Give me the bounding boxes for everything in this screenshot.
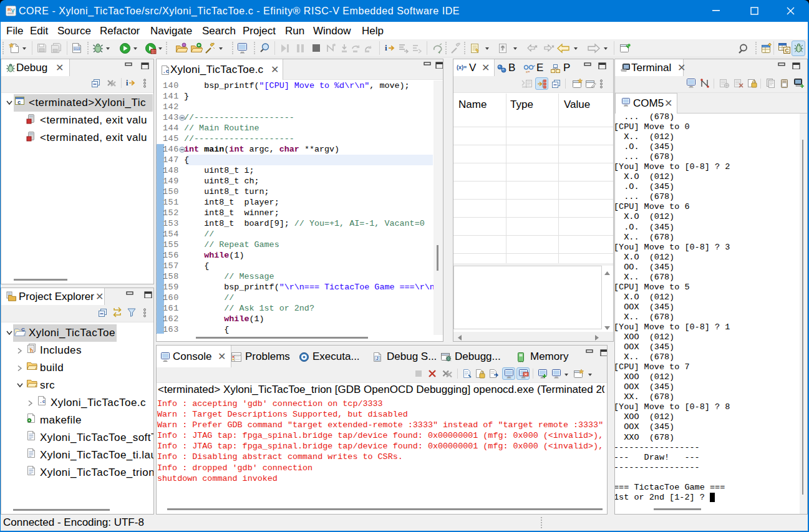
svg-text:i: i (385, 43, 387, 52)
svg-text:.c: .c (162, 69, 169, 75)
svg-text:J: J (376, 356, 379, 360)
svg-text:010: 010 (74, 47, 80, 51)
svg-text:C: C (785, 47, 789, 54)
svg-text:h: h (30, 348, 33, 354)
svg-text:.c: .c (39, 399, 46, 404)
svg-text:i: i (126, 79, 128, 87)
svg-text:c: c (17, 100, 21, 106)
svg-text:C: C (21, 327, 25, 332)
svg-text:x=: x= (526, 70, 530, 74)
